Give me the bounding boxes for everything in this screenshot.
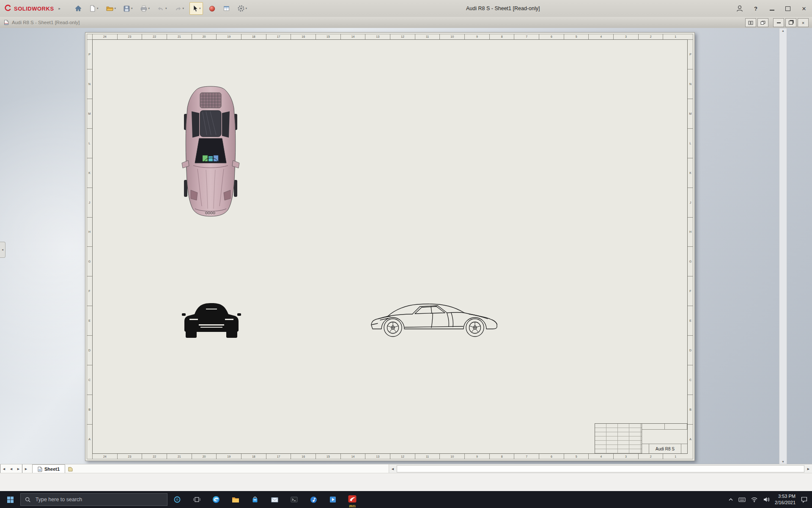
open-button[interactable]: ▾ — [104, 3, 118, 14]
minimize-button[interactable] — [764, 0, 780, 17]
speaker-icon — [763, 497, 770, 502]
dropdown-caret-icon[interactable]: ▾ — [199, 7, 201, 10]
edge-button[interactable] — [206, 491, 226, 508]
zone-label: 24 — [92, 34, 117, 39]
taskbar-clock[interactable]: 3:53 PM 2/16/2021 — [775, 493, 796, 506]
last-sheet-button[interactable]: ▶ — [22, 464, 30, 473]
touch-keyboard-icon — [738, 497, 746, 502]
sheet-properties-button[interactable] — [221, 3, 232, 14]
previous-sheet-button[interactable]: ◀ — [8, 464, 15, 473]
tab-sheet1[interactable]: Sheet1 — [32, 464, 65, 473]
tray-expand-button[interactable] — [728, 497, 733, 502]
title-block[interactable]: Audi R8 S — [595, 423, 688, 454]
first-sheet-button[interactable]: ◀ — [0, 464, 8, 473]
save-button[interactable]: ▾ — [121, 3, 134, 14]
search-input[interactable] — [35, 496, 163, 503]
doc-close-button[interactable]: × — [798, 18, 809, 27]
touch-keyboard-button[interactable] — [738, 497, 746, 502]
volume-button[interactable] — [763, 497, 770, 502]
task-view-button[interactable] — [187, 491, 206, 508]
car-front-view-graphic — [182, 300, 241, 339]
select-tool-button[interactable]: ▾ — [189, 2, 203, 15]
zone-label: 16 — [291, 454, 315, 459]
zone-label: 7 — [514, 34, 539, 39]
vertical-scrollbar[interactable]: ▲ ▼ — [779, 28, 787, 464]
drawing-view-front[interactable] — [182, 300, 241, 339]
zone-label: 9 — [464, 454, 489, 459]
zone-label: A — [87, 424, 92, 454]
mail-button[interactable] — [265, 491, 284, 508]
undo-button[interactable]: ▾ — [155, 3, 169, 14]
maximize-button[interactable] — [780, 0, 796, 17]
scroll-left-icon[interactable]: ◀ — [389, 464, 396, 473]
drawing-sheet[interactable]: 242322212019181716151413121110987654321 … — [85, 32, 695, 461]
dropdown-caret-icon[interactable]: ▾ — [246, 7, 247, 10]
brand-label: SOLIDWORKS — [14, 6, 54, 12]
zone-label: 6 — [539, 454, 564, 459]
zone-label: F — [87, 276, 92, 306]
new-document-button[interactable]: ▾ — [88, 3, 100, 14]
scroll-right-icon[interactable]: ▶ — [805, 464, 812, 473]
dropdown-caret-icon[interactable]: ▾ — [165, 7, 167, 10]
redo-button[interactable]: ▾ — [173, 3, 186, 14]
zone-label: 16 — [291, 34, 315, 39]
store-button[interactable] — [245, 491, 265, 508]
task-view-icon — [193, 496, 201, 503]
zone-label: 21 — [167, 34, 192, 39]
zone-label: K — [87, 158, 92, 188]
dropdown-caret-icon[interactable]: ▾ — [131, 7, 133, 10]
movies-tv-button[interactable] — [323, 491, 343, 508]
next-sheet-button[interactable]: ▶ — [15, 464, 22, 473]
start-button[interactable] — [0, 491, 20, 508]
dropdown-caret-icon[interactable]: ▾ — [183, 7, 184, 10]
action-center-button[interactable] — [801, 496, 808, 503]
cortana-button[interactable] — [167, 491, 187, 508]
maximize-icon — [785, 6, 790, 11]
zone-label: M — [87, 99, 92, 128]
zone-label: 1 — [663, 34, 688, 39]
zone-label: 4 — [588, 454, 613, 459]
zone-label: 17 — [266, 454, 291, 459]
tile-windows-button[interactable] — [745, 18, 756, 27]
solidworks-taskbar-button[interactable]: 2021 — [343, 491, 362, 508]
scroll-down-icon[interactable]: ▼ — [782, 459, 785, 464]
close-button[interactable]: × — [796, 0, 812, 17]
feature-panel-collapse-tab[interactable]: ◂ — [0, 242, 5, 258]
cascade-windows-icon — [760, 21, 765, 25]
cascade-windows-button[interactable] — [757, 18, 768, 27]
zone-label: 18 — [241, 454, 266, 459]
home-button[interactable] — [73, 3, 84, 14]
file-explorer-button[interactable] — [226, 491, 245, 508]
dropdown-caret-icon[interactable]: ▾ — [97, 7, 99, 10]
horizontal-scroll-thumb[interactable] — [397, 465, 804, 472]
dropdown-caret-icon[interactable]: ▾ — [115, 7, 116, 10]
dropdown-caret-icon[interactable]: ▾ — [148, 7, 150, 10]
zone-label: 7 — [514, 454, 539, 459]
print-button[interactable]: ▾ — [138, 3, 152, 14]
zone-label: 1 — [663, 454, 688, 459]
doc-restore-button[interactable] — [785, 18, 796, 27]
zone-label: 8 — [489, 34, 514, 39]
redo-arrow-icon — [174, 5, 182, 12]
groove-music-button[interactable] — [304, 491, 323, 508]
scroll-up-icon[interactable]: ▲ — [782, 28, 785, 33]
help-button[interactable]: ? — [748, 0, 764, 17]
horizontal-scrollbar[interactable]: ◀ ▶ — [389, 464, 812, 473]
add-sheet-button[interactable] — [65, 464, 76, 473]
appearance-button[interactable] — [207, 3, 217, 14]
zone-label: 21 — [167, 454, 192, 459]
graphics-area[interactable]: 242322212019181716151413121110987654321 … — [0, 28, 812, 464]
zone-label: 22 — [142, 34, 167, 39]
drawing-view-side[interactable] — [368, 301, 502, 338]
solidworks-brand[interactable]: SOLIDWORKS ▸ — [0, 5, 60, 12]
brand-flyout-arrow-icon[interactable]: ▸ — [59, 6, 61, 11]
command-prompt-button[interactable] — [284, 491, 304, 508]
taskbar-search[interactable] — [20, 493, 167, 506]
network-button[interactable] — [751, 497, 758, 502]
options-button[interactable]: ▾ — [236, 3, 249, 14]
account-button[interactable] — [732, 0, 748, 17]
zone-label: 14 — [340, 454, 365, 459]
doc-minimize-button[interactable] — [773, 18, 784, 27]
zone-label: 2 — [638, 454, 663, 459]
drawing-view-top[interactable] — [181, 85, 241, 217]
